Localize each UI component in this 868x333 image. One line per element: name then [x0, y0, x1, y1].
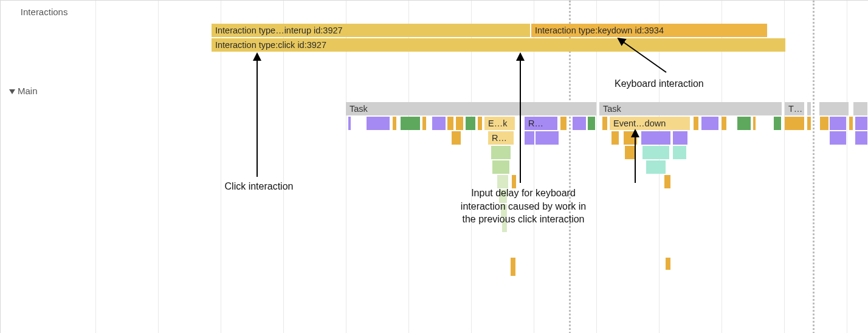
- flame-bar[interactable]: [525, 131, 534, 145]
- flame-bar[interactable]: [737, 117, 751, 130]
- grid-line: [847, 1, 847, 333]
- flame-bar[interactable]: [422, 117, 426, 130]
- flame-bar[interactable]: [625, 146, 636, 159]
- flame-bar[interactable]: [393, 117, 396, 130]
- flame-bar[interactable]: [849, 117, 853, 130]
- track-label-interactions[interactable]: ▼Interactions: [9, 7, 67, 18]
- chevron-down-icon: [9, 89, 15, 95]
- grid-line: [95, 1, 96, 333]
- bar-label: T…: [788, 104, 802, 114]
- flame-bar[interactable]: [624, 131, 637, 145]
- annotation-click: Click interaction: [210, 180, 308, 193]
- flame-bar[interactable]: [753, 117, 756, 130]
- bar-label: Interaction type…interup id:3927: [215, 26, 343, 35]
- flame-bar[interactable]: [611, 131, 619, 145]
- flame-bar[interactable]: [830, 131, 846, 145]
- flame-bar[interactable]: [830, 117, 846, 130]
- flame-bar[interactable]: [646, 160, 666, 174]
- marker-line: [813, 1, 815, 333]
- flame-bar[interactable]: [673, 131, 687, 145]
- interaction-bar-keydown[interactable]: Interaction type:keydown id:3934: [531, 24, 767, 37]
- task-bar[interactable]: [807, 102, 811, 115]
- interaction-bar-pointerup[interactable]: Interaction type…interup id:3927: [212, 24, 530, 37]
- flame-bar[interactable]: [602, 117, 607, 130]
- flame-bar[interactable]: [432, 117, 446, 130]
- bar-label: Task: [603, 104, 621, 114]
- track-label-main[interactable]: Main: [9, 86, 38, 96]
- flame-bar[interactable]: [642, 146, 669, 159]
- flame-bar[interactable]: [722, 117, 726, 130]
- flame-bar[interactable]: R…s: [488, 131, 514, 145]
- flame-bar[interactable]: [701, 117, 718, 130]
- flame-bar[interactable]: [456, 117, 463, 130]
- flame-bar[interactable]: [673, 146, 686, 159]
- bar-label: Interaction type:keydown id:3934: [535, 26, 664, 35]
- flame-bar[interactable]: [478, 117, 482, 130]
- flame-bar-event-keydown[interactable]: Event…down: [610, 117, 690, 130]
- task-bar[interactable]: Task: [599, 102, 782, 115]
- bar-label: Task: [350, 104, 368, 114]
- flame-bar[interactable]: [588, 117, 595, 130]
- flame-bar[interactable]: [664, 175, 670, 188]
- bar-label: Interaction type:click id:3927: [215, 40, 326, 50]
- flame-bar[interactable]: R…: [525, 117, 557, 130]
- flame-bar[interactable]: [447, 117, 453, 130]
- flame-bar[interactable]: [855, 131, 867, 145]
- flame-bar[interactable]: [820, 117, 828, 130]
- flame-bar-event[interactable]: E…k: [484, 117, 515, 130]
- flame-bar[interactable]: [855, 117, 867, 130]
- flame-bar[interactable]: [641, 131, 670, 145]
- track-label-text: Main: [18, 86, 38, 96]
- bar-label: R…s: [492, 133, 511, 143]
- flame-bar[interactable]: [807, 117, 811, 130]
- flame-bar[interactable]: [401, 117, 420, 130]
- task-bar[interactable]: [853, 102, 867, 115]
- flame-bar[interactable]: [694, 117, 698, 130]
- flame-bar[interactable]: [774, 117, 781, 130]
- svg-marker-0: [9, 89, 15, 94]
- performance-panel: { "rows": { "interactions_label": "Inter…: [0, 0, 868, 333]
- interaction-bar-click[interactable]: Interaction type:click id:3927: [212, 38, 785, 52]
- bar-label: E…k: [488, 118, 507, 128]
- flame-bar[interactable]: [785, 117, 804, 130]
- annotation-input-delay: Input delay for keyboardinteraction caus…: [438, 187, 608, 226]
- flame-bar[interactable]: [560, 117, 567, 130]
- flame-bar[interactable]: [573, 117, 586, 130]
- flame-bar[interactable]: [452, 131, 461, 145]
- track-label-text: Interactions: [21, 7, 68, 17]
- flame-bar[interactable]: [666, 258, 670, 270]
- bar-label: R…: [528, 118, 543, 128]
- flame-bar[interactable]: [511, 258, 515, 276]
- flame-bar[interactable]: [492, 160, 509, 174]
- flame-bar[interactable]: [367, 117, 390, 130]
- flame-bar[interactable]: [348, 117, 351, 130]
- bar-label: Event…down: [613, 118, 666, 128]
- task-bar[interactable]: Task: [346, 102, 596, 115]
- task-bar[interactable]: [819, 102, 849, 115]
- grid-line: [158, 1, 159, 333]
- annotation-keyboard: Keyboard interaction: [615, 77, 748, 91]
- flame-bar[interactable]: [536, 131, 559, 145]
- flame-bar[interactable]: [466, 117, 475, 130]
- task-bar[interactable]: T…: [785, 102, 804, 115]
- flame-bar[interactable]: [491, 146, 511, 159]
